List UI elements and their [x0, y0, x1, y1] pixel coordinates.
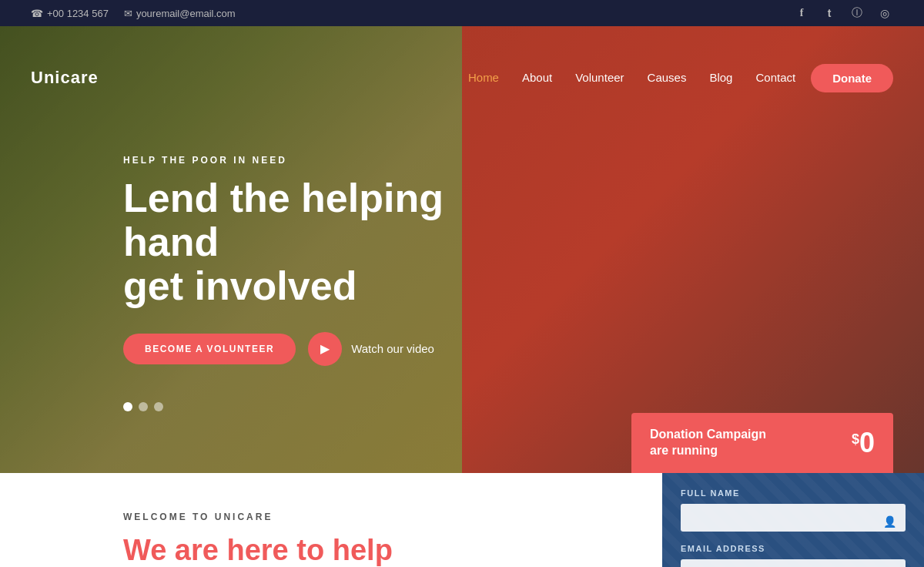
person-icon: 👤: [883, 515, 896, 528]
nav-item-home[interactable]: Home: [468, 71, 499, 85]
welcome-label: Welcome to Unicare: [123, 512, 631, 522]
top-bar-contact: ☎ +00 1234 567 ✉ youremail@email.com: [31, 8, 236, 19]
donation-value: 0: [859, 427, 875, 458]
full-name-field-group: FULL NAME 👤: [681, 488, 906, 544]
hero-title-line2: get involved: [123, 263, 357, 308]
hero-section: Unicare Home About Volunteer Causes Blog…: [0, 26, 924, 473]
donation-title-line1: Donation Campaign: [650, 428, 766, 441]
hero-content: Help the Poor in Need Lend the helping h…: [123, 155, 508, 366]
nav-link-home[interactable]: Home: [468, 71, 499, 84]
phone-number: +00 1234 567: [47, 8, 109, 19]
nav-link-causes[interactable]: Causes: [648, 71, 687, 84]
volunteer-button[interactable]: Become a Volunteer: [123, 333, 296, 364]
email-wrapper: ✉: [681, 559, 906, 567]
full-name-label: FULL NAME: [681, 488, 906, 498]
facebook-link[interactable]: f: [793, 5, 810, 22]
welcome-title: We are here to help everyone in need: [123, 533, 631, 567]
email-field-group: EMAIL ADDRESS ✉: [681, 544, 906, 567]
hero-title-line1: Lend the helping hand: [123, 176, 444, 264]
instagram-link[interactable]: Ⓘ: [849, 5, 865, 22]
email-address: youremail@email.com: [136, 8, 236, 19]
main-navbar: Unicare Home About Volunteer Causes Blog…: [0, 51, 924, 105]
slider-dot-2[interactable]: [139, 402, 148, 411]
donation-title: Donation Campaign are running: [650, 427, 766, 459]
site-logo: Unicare: [31, 68, 99, 88]
donation-form: FULL NAME 👤 EMAIL ADDRESS ✉: [662, 473, 924, 567]
nav-item-contact[interactable]: Contact: [755, 71, 795, 85]
nav-link-volunteer[interactable]: Volunteer: [575, 71, 624, 84]
slider-dot-1[interactable]: [123, 402, 132, 411]
dribbble-link[interactable]: ◎: [876, 5, 893, 22]
nav-link-contact[interactable]: Contact: [755, 71, 795, 84]
welcome-title-line1: We are here to help: [123, 534, 393, 566]
nav-link-blog[interactable]: Blog: [709, 71, 732, 84]
email-icon: ✉: [124, 8, 132, 19]
donation-amount: $0: [852, 427, 875, 459]
donation-title-line2: are running: [650, 444, 718, 457]
email-label: EMAIL ADDRESS: [681, 544, 906, 553]
nav-links: Home About Volunteer Causes Blog Contact: [468, 71, 795, 85]
email-input[interactable]: [681, 559, 906, 567]
donation-campaign-box: Donation Campaign are running $0: [631, 413, 893, 473]
watch-video-button[interactable]: ▶ Watch our video: [308, 331, 434, 365]
slider-dots: [123, 402, 163, 411]
watch-video-label: Watch our video: [351, 342, 434, 355]
donate-button[interactable]: Donate: [811, 64, 893, 92]
hero-buttons: Become a Volunteer ▶ Watch our video: [123, 331, 508, 365]
donation-top-bar: Donation Campaign are running $0: [631, 413, 893, 473]
play-icon[interactable]: ▶: [308, 331, 342, 365]
full-name-input[interactable]: [681, 504, 906, 532]
phone-icon: ☎: [31, 8, 43, 19]
full-name-wrapper: 👤: [681, 504, 906, 544]
nav-item-volunteer[interactable]: Volunteer: [575, 71, 624, 85]
hero-subtitle: Help the Poor in Need: [123, 155, 508, 166]
nav-item-causes[interactable]: Causes: [648, 71, 687, 85]
twitter-link[interactable]: t: [821, 5, 838, 22]
below-fold-section: Welcome to Unicare We are here to help e…: [0, 473, 924, 567]
slider-dot-3[interactable]: [154, 402, 163, 411]
top-bar: ☎ +00 1234 567 ✉ youremail@email.com f t…: [0, 0, 924, 26]
email-info: ✉ youremail@email.com: [124, 8, 236, 19]
hero-title: Lend the helping hand get involved: [123, 176, 508, 309]
nav-link-about[interactable]: About: [522, 71, 552, 84]
nav-item-blog[interactable]: Blog: [709, 71, 732, 85]
welcome-section: Welcome to Unicare We are here to help e…: [0, 473, 662, 567]
phone-info: ☎ +00 1234 567: [31, 8, 109, 19]
social-links: f t Ⓘ ◎: [793, 5, 893, 22]
donation-currency: $: [852, 431, 859, 448]
nav-item-about[interactable]: About: [522, 71, 552, 85]
